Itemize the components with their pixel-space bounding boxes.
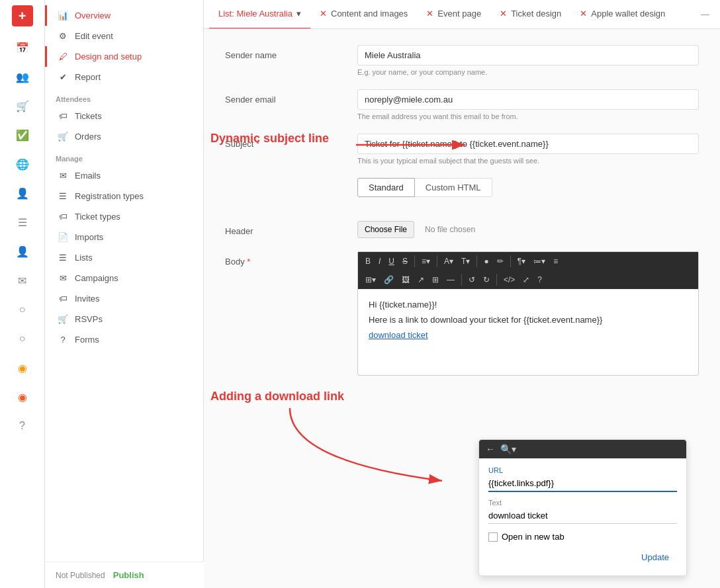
nav-imports[interactable]: 📄 Imports bbox=[45, 227, 203, 247]
nav-rsvps[interactable]: 🛒 RSVPs bbox=[45, 309, 203, 329]
sender-name-input[interactable] bbox=[357, 45, 699, 65]
imports-icon: 📄 bbox=[58, 232, 68, 242]
nav-forms[interactable]: ? Forms bbox=[45, 329, 203, 350]
content-tabs: Standard Custom HTML bbox=[357, 178, 699, 197]
rte-code[interactable]: </> bbox=[500, 273, 518, 286]
rte-paragraph[interactable]: ¶▾ bbox=[514, 255, 529, 268]
rte-highlight[interactable]: ✏ bbox=[494, 255, 507, 268]
divider-5 bbox=[461, 274, 462, 286]
tab-apple-wallet[interactable]: ✕ Apple wallet design bbox=[570, 0, 674, 29]
lists-icon: ☰ bbox=[58, 253, 68, 263]
overview-icon: 📊 bbox=[58, 11, 68, 21]
subject-row: Subject * This is your typical email sub… bbox=[225, 134, 699, 165]
header-row: Header Choose File No file chosen bbox=[225, 221, 699, 238]
rte-fullscreen[interactable]: ⤢ bbox=[519, 273, 533, 286]
rte-underline[interactable]: U bbox=[385, 255, 398, 268]
nav-campaigns[interactable]: ✉ Campaigns bbox=[45, 268, 203, 288]
choose-file-button[interactable]: Choose File bbox=[357, 221, 414, 238]
rte-redo[interactable]: ↻ bbox=[480, 273, 493, 286]
rte-font-color[interactable]: A▾ bbox=[441, 255, 457, 268]
main-content: List: Miele Australia ▾ ✕ Content and im… bbox=[204, 0, 720, 588]
update-button[interactable]: Update bbox=[636, 550, 674, 565]
nav-ticket-types[interactable]: 🏷 Ticket types bbox=[45, 206, 203, 227]
rte-font-size[interactable]: T▾ bbox=[458, 255, 473, 268]
link-popup-header: ← 🔍▾ bbox=[479, 440, 686, 458]
nav-tickets[interactable]: 🏷 Tickets bbox=[45, 106, 203, 126]
nav-lists-label: Lists bbox=[75, 253, 93, 263]
nav-invites[interactable]: 🏷 Invites bbox=[45, 288, 203, 309]
arrow-download bbox=[257, 408, 488, 494]
nav-circle3[interactable]: ◉ bbox=[9, 355, 36, 381]
body-download-link[interactable]: download ticket bbox=[369, 330, 428, 340]
add-button[interactable]: + bbox=[12, 5, 33, 26]
nav-tickets-label: Tickets bbox=[75, 111, 102, 121]
sender-name-field: E.g. your name, or your company name. bbox=[357, 45, 699, 76]
nav-person[interactable]: 👤 bbox=[9, 180, 36, 206]
nav-ticket-types-label: Ticket types bbox=[75, 212, 120, 222]
rte-bold[interactable]: B bbox=[362, 255, 374, 268]
nav-design-setup[interactable]: 🖊 Design and setup bbox=[45, 46, 203, 67]
tab-ticket-design[interactable]: ✕ Ticket design bbox=[490, 0, 570, 29]
nav-report[interactable]: ✔ Report bbox=[45, 67, 203, 87]
nav-circle2[interactable]: ○ bbox=[9, 325, 36, 352]
rte-align[interactable]: ≡▾ bbox=[418, 255, 433, 268]
rte-italic[interactable]: I bbox=[375, 255, 384, 268]
rte-table[interactable]: ⊞ bbox=[429, 273, 442, 286]
rte-list[interactable]: ≔▾ bbox=[530, 255, 549, 268]
nav-edit-event[interactable]: ⚙ Edit event bbox=[45, 26, 203, 46]
tab-custom-html[interactable]: Custom HTML bbox=[415, 178, 492, 197]
nav-mail[interactable]: ✉ bbox=[9, 267, 36, 294]
nav-check[interactable]: ✅ bbox=[9, 122, 36, 148]
nav-circle4[interactable]: ◉ bbox=[9, 384, 36, 410]
rte-strikethrough[interactable]: S bbox=[399, 255, 411, 268]
sender-name-hint: E.g. your name, or your company name. bbox=[357, 68, 699, 76]
nav-cart[interactable]: 🛒 bbox=[9, 93, 36, 119]
rte-help-btn[interactable]: ? bbox=[534, 273, 545, 286]
subject-input[interactable] bbox=[357, 134, 699, 154]
orders-icon: 🛒 bbox=[58, 132, 68, 142]
open-new-tab-checkbox[interactable] bbox=[488, 532, 498, 542]
tickets-icon: 🏷 bbox=[58, 111, 68, 121]
nav-campaigns-label: Campaigns bbox=[75, 273, 118, 283]
nav-registration-types[interactable]: ☰ Registration types bbox=[45, 186, 203, 206]
publish-button[interactable]: Publish bbox=[113, 570, 144, 580]
rte-bullet[interactable]: ● bbox=[480, 255, 492, 268]
publish-status: Not Published bbox=[56, 571, 105, 580]
rte-link[interactable]: 🔗 bbox=[381, 273, 397, 286]
left-nav: 📊 Overview ⚙ Edit event 🖊 Design and set… bbox=[45, 0, 204, 588]
nav-circle1[interactable]: ○ bbox=[9, 296, 36, 323]
rte-share[interactable]: ↗ bbox=[414, 273, 428, 286]
nav-emails[interactable]: ✉ Emails bbox=[45, 165, 203, 186]
close-icon-3: ✕ bbox=[500, 9, 507, 19]
nav-calendar[interactable]: 📅 bbox=[9, 34, 36, 61]
more-icon[interactable]: — bbox=[696, 9, 715, 19]
url-label: URL bbox=[488, 466, 677, 474]
popup-back-btn[interactable]: ← bbox=[486, 444, 495, 454]
url-input[interactable] bbox=[488, 476, 677, 492]
nav-lists[interactable]: ☰ Lists bbox=[45, 247, 203, 268]
text-input[interactable] bbox=[488, 508, 677, 524]
sender-email-input[interactable] bbox=[357, 89, 699, 110]
rte-body-content[interactable]: Hi {{ticket.name}}! Here is a link to do… bbox=[358, 289, 698, 375]
link-popup: ← 🔍▾ URL Text Open in new tab Update bbox=[478, 439, 687, 576]
tab-event-page[interactable]: ✕ Event page bbox=[417, 0, 490, 29]
nav-globe[interactable]: 🌐 bbox=[9, 151, 36, 177]
nav-orders[interactable]: 🛒 Orders bbox=[45, 126, 203, 147]
tab-standard[interactable]: Standard bbox=[357, 178, 415, 197]
tab-list-miele[interactable]: List: Miele Australia ▾ bbox=[209, 0, 310, 29]
rte-hr[interactable]: — bbox=[443, 273, 458, 286]
rte-blockquote[interactable]: ≡ bbox=[550, 255, 561, 268]
body-label: Body * bbox=[225, 251, 357, 267]
nav-help[interactable]: ? bbox=[9, 413, 36, 439]
body-field: B I U S ≡▾ A▾ T▾ ● ✏ ¶▾ ≔▾ bbox=[357, 251, 699, 376]
nav-list[interactable]: ☰ bbox=[9, 209, 36, 235]
tab-content-images[interactable]: ✕ Content and images bbox=[310, 0, 417, 29]
close-icon-1: ✕ bbox=[320, 9, 327, 19]
rte-undo[interactable]: ↺ bbox=[465, 273, 478, 286]
nav-overview[interactable]: 📊 Overview bbox=[45, 5, 203, 26]
popup-search-btn[interactable]: 🔍▾ bbox=[500, 444, 516, 454]
rte-image[interactable]: 🖼 bbox=[398, 273, 413, 286]
rte-table-dropdown[interactable]: ⊞▾ bbox=[362, 273, 379, 286]
nav-profile[interactable]: 👤 bbox=[9, 238, 36, 265]
nav-users[interactable]: 👥 bbox=[9, 63, 36, 90]
